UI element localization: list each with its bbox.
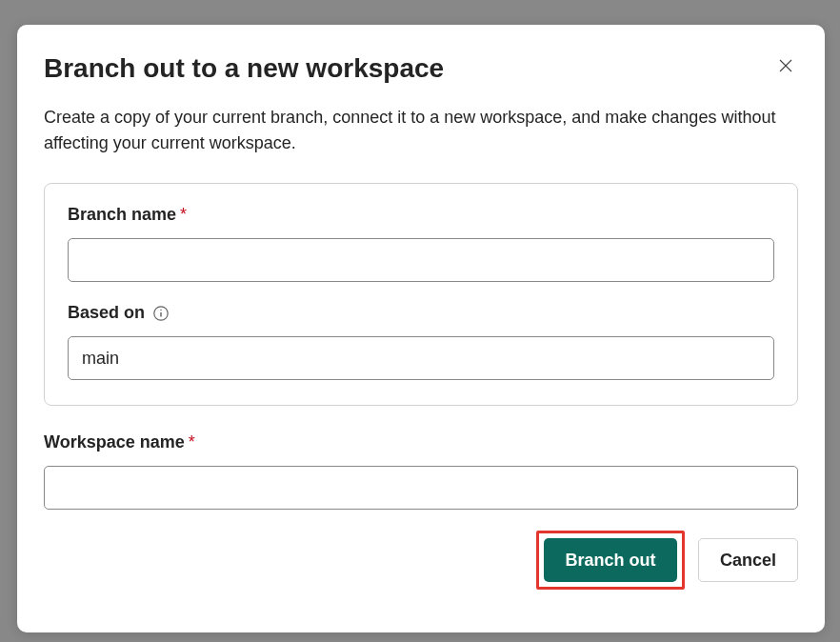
workspace-name-label: Workspace name * [44, 432, 798, 452]
dialog-header: Branch out to a new workspace [44, 53, 798, 84]
workspace-name-label-text: Workspace name [44, 432, 185, 452]
workspace-name-field: Workspace name * [44, 432, 798, 510]
required-indicator: * [189, 432, 195, 452]
info-icon[interactable] [152, 305, 170, 322]
branch-out-button[interactable]: Branch out [544, 538, 677, 582]
svg-point-4 [160, 309, 161, 310]
dialog-title: Branch out to a new workspace [44, 53, 444, 84]
branch-out-dialog: Branch out to a new workspace Create a c… [17, 25, 825, 632]
close-icon [777, 57, 794, 77]
branch-name-input[interactable] [68, 238, 774, 282]
based-on-input[interactable] [68, 336, 774, 380]
based-on-field: Based on [68, 303, 774, 380]
branch-name-field: Branch name * [68, 205, 774, 282]
branch-name-label-text: Branch name [68, 205, 176, 225]
primary-button-highlight: Branch out [536, 531, 685, 590]
dialog-actions: Branch out Cancel [44, 531, 798, 590]
based-on-label-text: Based on [68, 303, 145, 323]
workspace-name-input[interactable] [44, 466, 798, 510]
close-button[interactable] [773, 53, 798, 81]
branch-settings-card: Branch name * Based on [44, 183, 798, 406]
dialog-description: Create a copy of your current branch, co… [44, 105, 798, 156]
required-indicator: * [180, 205, 187, 225]
based-on-label: Based on [68, 303, 774, 323]
cancel-button[interactable]: Cancel [698, 538, 798, 582]
branch-name-label: Branch name * [68, 205, 774, 225]
